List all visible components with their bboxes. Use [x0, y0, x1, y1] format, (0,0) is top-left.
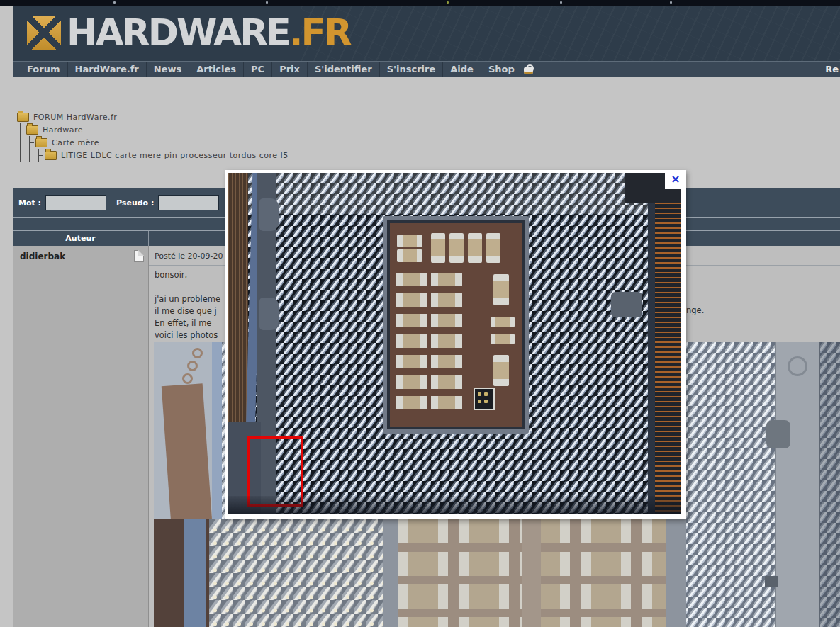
nav-right-recherche-link[interactable]: Re — [825, 62, 839, 77]
capacitor-grid — [396, 273, 466, 417]
site-logo[interactable]: HARDWARE.FR — [27, 16, 350, 50]
author-column-header: Auteur — [13, 231, 149, 246]
image-lightbox-modal: × — [225, 170, 686, 519]
nav-item-sidentifier[interactable]: S'identifier — [308, 62, 380, 77]
photo-pin-field — [209, 519, 383, 627]
nav-item-pc[interactable]: PC — [244, 62, 272, 77]
breadcrumb-item-topic[interactable]: LITIGE LDLC carte mere pin processeur to… — [16, 149, 289, 162]
photo-capacitor-gap — [522, 519, 541, 627]
socket-center-cavity — [383, 216, 529, 434]
pseudo-search-label: Pseudo : — [116, 198, 154, 208]
photo-pcb-edge — [154, 342, 222, 519]
post-line: En effet, il me — [155, 317, 220, 329]
photo-blue-strip — [184, 519, 206, 627]
nav-item-hardwarefr[interactable]: HardWare.fr — [68, 62, 147, 77]
tree-connector — [16, 136, 25, 149]
socket-zoom-image[interactable] — [228, 173, 681, 514]
nav-item-news[interactable]: News — [147, 62, 189, 77]
folder-icon — [45, 151, 57, 160]
photo-socket-frame — [775, 342, 820, 627]
folder-icon — [35, 138, 47, 147]
photo-frame-shadow — [819, 342, 840, 627]
breadcrumb-item-hardware[interactable]: Hardware — [16, 123, 289, 136]
logo-suffix: .FR — [289, 11, 350, 54]
pseudo-search-input[interactable] — [158, 195, 219, 210]
post-line-fragment: nge. — [686, 305, 704, 315]
hardwarefr-diamond-icon — [27, 16, 61, 50]
photo-frame-divider — [383, 519, 398, 627]
image-orange-traces — [655, 173, 681, 514]
author-username[interactable]: didierbak — [20, 252, 65, 261]
forum-page: HARDWARE.FR Forum HardWare.fr News Artic… — [0, 0, 840, 627]
breadcrumb: FORUM HardWare.fr Hardware Carte mère LI… — [16, 111, 289, 162]
folder-icon — [26, 125, 38, 135]
post-photo-socket-macro[interactable] — [154, 519, 686, 627]
nav-item-aide[interactable]: Aide — [443, 62, 481, 77]
image-frame-tab — [611, 292, 642, 317]
folder-icon — [17, 113, 29, 122]
post-date: Posté le 20-09-20 — [155, 252, 223, 261]
photo-frame-divider — [666, 519, 686, 627]
breadcrumb-item-forum[interactable]: FORUM HardWare.fr — [16, 111, 289, 123]
word-search-input[interactable] — [45, 195, 106, 210]
image-frame-tab — [259, 198, 279, 231]
post-line: j'ai un probleme — [155, 293, 220, 305]
author-cell: didierbak — [13, 246, 149, 627]
main-navbar: Forum HardWare.fr News Articles PC Prix … — [13, 61, 840, 77]
post-body: bonsoir, j'ai un probleme il me dise que… — [155, 269, 220, 341]
image-frame-tab — [259, 298, 279, 330]
close-icon[interactable]: × — [665, 170, 686, 189]
tree-connector — [16, 149, 25, 162]
logo-text: HARDWARE.FR — [67, 16, 350, 50]
document-icon[interactable] — [134, 250, 144, 262]
nav-item-forum[interactable]: Forum — [20, 62, 68, 77]
shop-bag-icon — [524, 64, 534, 74]
post-line: bonsoir, — [155, 269, 220, 281]
nav-item-sinscrire[interactable]: S'inscrire — [380, 62, 444, 77]
word-search-label: Mot : — [18, 198, 41, 208]
post-line: voici les photos — [155, 329, 220, 341]
top-strip — [0, 0, 840, 6]
nav-item-shop[interactable]: Shop — [481, 62, 522, 77]
tree-connector — [16, 123, 25, 136]
tree-connector — [34, 149, 43, 162]
breadcrumb-item-carte-mere[interactable]: Carte mère — [16, 136, 289, 149]
circuit-pattern-decoration — [301, 6, 840, 61]
smd-chip — [474, 388, 495, 410]
tree-connector — [25, 136, 34, 149]
nav-item-articles[interactable]: Articles — [189, 62, 244, 77]
post-line: il me dise que j — [155, 305, 220, 317]
tree-connector — [25, 149, 34, 162]
nav-item-prix[interactable]: Prix — [272, 62, 308, 77]
site-header: HARDWARE.FR — [13, 6, 840, 61]
